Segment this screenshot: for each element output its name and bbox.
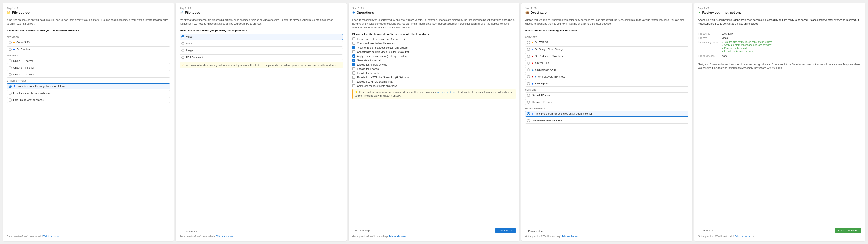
cb-hls[interactable]: Encode into HTTP Live Streaming (HLS) fo… [352, 76, 516, 79]
upload-label: I want to upload files (e.g. from a loca… [17, 85, 65, 87]
no-ext-icon: ⬆ [532, 112, 534, 115]
more-link[interactable]: we have a lot more [437, 91, 457, 93]
option-sftp-1[interactable]: On an sFTP server [7, 65, 170, 71]
cb-compress[interactable]: Compress the results into an archive [352, 84, 516, 87]
info-icon-3: 💡 [355, 91, 358, 93]
cb-check-reject[interactable]: Check and reject other file formats [352, 42, 516, 45]
cb-box-hls [352, 76, 355, 79]
radio-dot-screenshot [8, 91, 11, 95]
prev-button-2[interactable]: Previous step [180, 229, 197, 233]
summary-file-type: File type Video [698, 36, 861, 39]
option-dest-ftp[interactable]: On an FTP server [525, 92, 688, 98]
file-types-title: File types [185, 11, 200, 15]
option-dest-gcs[interactable]: ● On Google Cloud Storage [525, 46, 688, 52]
talk-human-link-4[interactable]: Talk to a human [562, 235, 579, 238]
dropbox-label: On Dropbox [17, 48, 30, 51]
option-dest-azure[interactable]: ◈ On Microsoft Azure [525, 67, 688, 73]
talk-human-link-5[interactable]: Talk to a human [735, 235, 751, 238]
cb-concat[interactable]: Concatenate multiple video (e.g. for int… [352, 50, 516, 53]
option-audio[interactable]: Audio [180, 41, 343, 47]
option-dropbox-1[interactable]: ◆ On Dropbox [7, 46, 170, 52]
dest-aws-icon: ■ [532, 41, 533, 44]
option-ftp-1[interactable]: On an FTP server [7, 58, 170, 64]
panel-title-3: ✚ Operations [352, 11, 516, 16]
other-group-1: ⬆ I want to upload files (e.g. from a lo… [7, 83, 170, 103]
section-other-label-1: OTHER OPTIONS [7, 80, 170, 82]
radio-dot-dest-sftp [527, 101, 530, 104]
option-dest-soft[interactable]: ■ ■ On Softlayer / IBM Cloud [525, 74, 688, 80]
continue-button-3[interactable]: Continue → [495, 228, 516, 233]
file-types-group: Video Audio Image PDF Document [180, 34, 343, 60]
option-dest-unsure[interactable]: I am unsure what to choose [525, 118, 688, 124]
radio-dot-audio [181, 42, 184, 45]
dest-rack-icon: ● [532, 55, 533, 57]
talk-human-link-1[interactable]: Talk to a human [43, 235, 60, 238]
file-types-icon: 📄 [180, 11, 184, 15]
radio-dot-http [8, 73, 11, 76]
option-screenshot-1[interactable]: I want a screenshot of a web page [7, 90, 170, 96]
option-http-1[interactable]: On an HTTP server [7, 72, 170, 78]
summary-key-type: File type [698, 36, 721, 39]
radio-dot-dest-yt [527, 61, 530, 64]
cb-box-thumbnail: ✓ [352, 59, 355, 62]
cb-watermark[interactable]: ✓ Apply a custom watermark (add logo to … [352, 54, 516, 57]
audio-label: Audio [186, 42, 192, 45]
section-servers-label-1: SERVERS [7, 54, 170, 57]
option-dest-sftp[interactable]: On an sFTP server [525, 99, 688, 105]
trans-step-4: ✓ Encode for Android devices [721, 50, 772, 53]
upload-icon: ⬆ [13, 85, 16, 87]
option-pdf[interactable]: PDF Document [180, 54, 343, 60]
cb-label-check-reject: Check and reject other file formats [357, 42, 395, 45]
option-dest-aws[interactable]: ■ On AWS S3 [525, 39, 688, 46]
option-dest-no-external[interactable]: ⬆ The files should not be stored on an e… [525, 111, 688, 117]
file-types-desc: We offer a wide variety of file processi… [180, 18, 343, 26]
file-source-desc: If the files are located on your hard di… [7, 18, 170, 26]
info-text-3: If you can't find transcoding steps you … [355, 91, 512, 97]
dest-services-group: ■ On AWS S3 ● On Google Cloud Storage ● … [525, 39, 688, 87]
dest-ftp-label: On an FTP server [532, 94, 551, 97]
talk-human-link-3[interactable]: Talk to a human [389, 235, 406, 238]
dest-sftp-label: On an sFTP server [532, 101, 553, 103]
dest-other-group: ⬆ The files should not be stored on an e… [525, 111, 688, 124]
option-aws-s3-1[interactable]: ■ On AWS S3 [7, 39, 170, 46]
cb-mpeg[interactable]: Encode into MPEG-Dash format [352, 80, 516, 83]
summary-transcoding: Transcoding steps ✓ Test the files for m… [698, 41, 861, 53]
cb-box-iphone [352, 67, 355, 70]
option-dest-dropbox[interactable]: ◆ On Dropbox [525, 81, 688, 87]
dest-dropbox-label: On Dropbox [535, 82, 549, 85]
step-label-2: Step 2 of 5 [180, 7, 343, 10]
summary-val-source: Local Disk [721, 32, 733, 35]
panel-title-2: 📄 File types [180, 11, 343, 16]
prev-button-3[interactable]: Previous step [352, 228, 370, 233]
dest-unsure-label: I am unsure what to choose [532, 119, 562, 122]
section-services-label-1: SERVICES [7, 36, 170, 38]
option-image[interactable]: Image [180, 48, 343, 53]
cb-label-compress: Compress the results into an archive [357, 84, 397, 87]
operations-question: Please select the transcoding Steps you … [352, 33, 516, 35]
dest-rack-label: On Rackspace Cloudfiles [535, 55, 563, 57]
option-video[interactable]: Video [180, 34, 343, 40]
cb-thumbnail[interactable]: ✓ Generate a thumbnail [352, 59, 516, 62]
option-dest-rack[interactable]: ● On Rackspace Cloudfiles [525, 53, 688, 59]
footer-link-5: Got a question? We'd love to help! Talk … [698, 235, 861, 238]
cb-label-thumbnail: Generate a thumbnail [357, 59, 381, 62]
cb-android[interactable]: ✓ Encode for Android devices [352, 63, 516, 66]
cb-extract[interactable]: Extract videos from an archive (tar, zip… [352, 37, 516, 40]
trans-step-1: ✓ Test the files for malicious content a… [721, 41, 772, 43]
file-source-question: Where are the files located that you wou… [7, 29, 170, 32]
cb-label-watermark: Apply a custom watermark (add logo to vi… [357, 55, 408, 57]
prev-button-4[interactable]: Previous step [525, 229, 542, 233]
info-text-2: We can also handle extracting archives f… [186, 64, 337, 66]
prev-button-5[interactable]: Previous step [698, 228, 715, 233]
option-dest-yt[interactable]: ▶ On YouTube [525, 60, 688, 66]
option-unsure-1[interactable]: I am unsure what to choose [7, 97, 170, 103]
cb-web[interactable]: Encode for the Web [352, 72, 516, 75]
step-label-4: Step 4 of 5 [525, 7, 688, 10]
cb-malicious[interactable]: ✓ Test the files for malicious content a… [352, 46, 516, 49]
option-upload-1[interactable]: ⬆ I want to upload files (e.g. from a lo… [7, 83, 170, 89]
save-instructions-button[interactable]: Save Instructions [835, 228, 861, 233]
ftp-label: On an FTP server [13, 59, 33, 62]
panel-operations: Step 3 of 5 ✚ Operations Each transcodin… [349, 3, 520, 241]
talk-human-link-2[interactable]: Talk to a human [216, 235, 233, 238]
cb-iphone[interactable]: Encode for iPhones [352, 67, 516, 70]
